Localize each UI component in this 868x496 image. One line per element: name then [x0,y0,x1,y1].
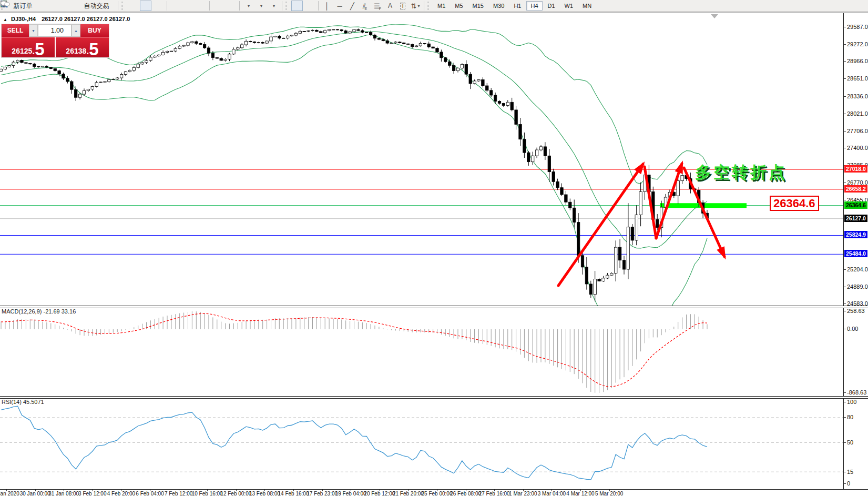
candle-body [556,181,559,187]
zoom-in-button[interactable] [170,1,181,11]
volume-input[interactable]: 1.00 [38,24,72,37]
cursor-button[interactable] [291,1,303,11]
trendline-button[interactable]: ╱ [346,1,358,11]
trendline-icon: ╱ [350,3,354,9]
line-chart-button[interactable] [152,1,164,11]
rsi-tick-label: 50 [847,439,853,446]
macd-tick-label: 0.00 [847,326,858,332]
candle-body [615,247,617,273]
collapse-arrow-icon[interactable]: ▲ [3,17,7,22]
timeframe-button-H4[interactable]: H4 [526,1,542,11]
macd-tick-label: 258.63 [847,308,865,314]
metaeditor-button[interactable] [38,1,50,11]
candle-body [436,48,438,52]
search-button[interactable] [831,1,843,11]
candle-body [91,86,94,89]
indicators-button[interactable]: ▾ [242,1,254,11]
autotrading-button[interactable]: 自动交易 [76,1,115,11]
rsi-canvas[interactable] [0,397,843,489]
bar-chart-button[interactable] [127,1,139,11]
candle-body [440,52,443,58]
date-label: 30 Jan 00:00 [20,491,50,496]
new-order-button[interactable]: 新订单 [7,1,37,11]
candle-body [532,156,534,161]
candle-body [261,43,264,43]
date-label: 27 Feb 16:00 [479,491,510,496]
candle-body [456,68,459,70]
community-button[interactable] [51,1,63,11]
date-label: 3 Mar 04:00 [538,491,566,496]
auto-scroll-button[interactable] [212,1,224,11]
time-axis[interactable]: 8 Jan 202030 Jan 00:0031 Jan 08:003 Feb … [0,489,868,496]
templates-button[interactable]: ▾ [268,1,279,11]
candle-body [37,66,39,67]
sell-price-tile[interactable]: 26125.5 [2,37,55,57]
candle-body [33,64,36,67]
candle-body [286,36,289,38]
sell-button[interactable]: SELL [2,24,29,37]
horizontal-line-button[interactable]: ─ [334,1,345,11]
trend-arrow[interactable] [558,164,643,286]
buy-price-tile[interactable]: 26138.5 [56,37,109,57]
candlestick-chart-button[interactable] [140,1,151,11]
candle-body [502,104,505,106]
periods-dropdown-arrow[interactable]: ▾ [260,4,262,8]
candle-body [244,41,247,45]
candle-body [128,70,131,72]
candle-body [220,58,222,60]
text-button[interactable]: A [384,1,396,11]
crosshair-button[interactable] [304,1,315,11]
candle-body [16,60,19,62]
macd-canvas[interactable] [0,307,843,396]
timeframe-toolbar: M1M5M15M30H1H4D1W1MN [433,1,596,11]
candle-body [581,256,584,267]
vertical-line-button[interactable]: │ [321,1,333,11]
timeframe-button-MN[interactable]: MN [578,1,596,11]
pane-separator[interactable] [0,396,868,399]
macd-pane[interactable]: MACD(12,26,9) -21.69 33.16 [0,307,843,396]
zoom-out-button[interactable] [182,1,194,11]
main-chart-pane[interactable]: ▲ DJ30-,H4 26127.0 26127.0 26127.0 26127… [0,13,843,306]
pane-separator[interactable] [0,306,868,308]
candle-body [166,51,168,52]
fibonacci-button[interactable]: ☰F [372,1,383,11]
candle-body [207,48,210,53]
buy-button[interactable]: BUY [80,24,109,37]
price-axis[interactable]: 29587.029272.028966.028651.028336.028021… [843,13,868,489]
timeframe-button-M1[interactable]: M1 [433,1,450,11]
symbol-timeframe: DJ30-,H4 [11,16,36,22]
indicators-dropdown-arrow[interactable]: ▾ [248,4,250,8]
candle-body [573,208,576,222]
equidistant-channel-button[interactable]: ⫽E [359,1,371,11]
timeframe-button-M15[interactable]: M15 [468,1,488,11]
periods-button[interactable]: ▾ [255,1,267,11]
price-tick-label: 28021.0 [847,110,868,117]
tile-windows-button[interactable] [195,1,207,11]
chat-button[interactable] [851,1,862,11]
candle-body [569,202,571,208]
arrows-button[interactable]: ⇅▾ [410,1,421,11]
rsi-pane[interactable]: RSI(14) 45.5071 [0,397,843,489]
candle-body [394,42,397,43]
volume-increase-button[interactable]: ▲ [72,24,80,37]
text-label-button[interactable]: T [397,1,409,11]
arrows-dropdown-arrow[interactable]: ▾ [417,4,420,8]
timeframe-button-M5[interactable]: M5 [451,1,467,11]
timeframe-button-H1[interactable]: H1 [509,1,525,11]
price-chart-canvas[interactable] [0,13,843,306]
candle-body [4,67,6,69]
timeframe-button-D1[interactable]: D1 [544,1,559,11]
chart-shift-button[interactable] [225,1,237,11]
signals-button[interactable] [64,1,75,11]
templates-dropdown-arrow[interactable]: ▾ [273,4,275,8]
timeframe-button-W1[interactable]: W1 [560,1,578,11]
volume-decrease-button[interactable]: ▼ [29,24,38,37]
candle-body [349,32,351,33]
candle-body [444,58,447,62]
price-tick-label: 28651.0 [847,75,868,82]
candle-body [332,29,334,30]
macd-label: MACD(12,26,9) -21.69 33.16 [2,308,76,315]
chart-shift-marker-icon[interactable] [711,14,718,18]
timeframe-button-M30[interactable]: M30 [489,1,508,11]
bollinger-middle [1,32,707,248]
